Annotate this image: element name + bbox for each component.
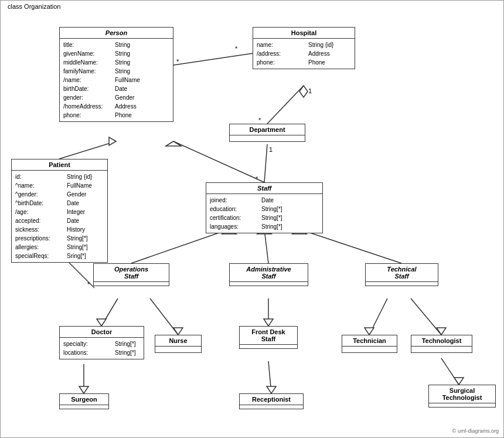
class-department: Department [229,124,305,142]
class-patient: Patient id:String {id} ^name:FullName ^g… [11,159,108,263]
svg-marker-34 [79,386,88,393]
class-admin-staff-header: AdministrativeStaff [230,264,308,282]
svg-line-19 [264,229,268,263]
class-technician: Technician [342,335,397,353]
class-person: Person title:String givenName:String mid… [59,27,173,122]
class-nurse-header: Nurse [155,335,201,347]
class-hospital: Hospital name:String {id} /address:Addre… [253,27,355,69]
svg-marker-30 [365,328,374,335]
svg-line-21 [299,229,401,263]
class-technologist-header: Technologist [411,335,472,347]
svg-text:1: 1 [269,146,273,153]
class-surgeon: Surgeon [59,393,109,409]
class-patient-header: Patient [12,159,107,171]
diagram-title: class Organization [5,3,63,10]
class-doctor-body: specialty:String[*] locations:String[*] [60,338,144,359]
class-department-body [230,135,305,141]
class-person-header: Person [60,28,173,39]
svg-line-10 [59,141,116,159]
class-doctor: Doctor specialty:String[*] locations:Str… [59,326,144,359]
class-technician-header: Technician [342,335,397,347]
svg-line-29 [369,298,387,335]
class-nurse: Nurse [155,335,202,353]
class-surgical-tech-header: SurgicalTechnologist [429,385,495,403]
class-admin-staff: AdministrativeStaff [229,263,308,286]
svg-line-25 [150,298,178,335]
class-staff-header: Staff [206,183,322,194]
svg-marker-38 [454,378,464,385]
class-technologist: Technologist [411,335,472,353]
class-doctor-header: Doctor [60,327,144,338]
svg-line-12 [173,141,264,182]
class-technical-staff-header: TechnicalStaff [366,264,438,282]
svg-line-35 [268,361,271,393]
svg-text:*: * [235,45,238,52]
svg-marker-32 [437,328,446,335]
svg-marker-13 [166,141,181,146]
class-staff-body: joined:Date education:String[*] certific… [206,194,322,233]
class-operations-staff: OperationsStaff [93,263,169,286]
class-patient-body: id:String {id} ^name:FullName ^gender:Ge… [12,171,107,262]
svg-marker-4 [299,86,308,97]
class-front-desk-header: Front DeskStaff [240,327,297,345]
copyright-text: © uml-diagrams.org [452,428,499,434]
svg-line-0 [173,53,253,65]
svg-line-17 [131,229,229,263]
svg-marker-11 [109,137,116,145]
class-hospital-body: name:String {id} /address:Address phone:… [253,39,355,69]
svg-text:*: * [258,117,261,124]
svg-marker-28 [264,319,273,326]
diagram-container: class Organization * * 1 * 1 * * * [0,0,504,438]
svg-line-37 [441,358,459,385]
class-receptionist-header: Receptionist [240,394,303,405]
svg-text:*: * [87,281,90,288]
svg-line-23 [101,298,118,326]
svg-line-7 [264,144,267,182]
svg-marker-26 [173,328,183,335]
svg-text:*: * [176,58,179,65]
class-receptionist: Receptionist [239,393,304,409]
class-surgeon-header: Surgeon [60,394,108,405]
class-front-desk: Front DeskStaff [239,326,298,349]
svg-marker-36 [267,386,276,393]
class-operations-staff-header: OperationsStaff [94,264,169,282]
class-technical-staff: TechnicalStaff [365,263,438,286]
svg-marker-24 [97,319,106,326]
svg-text:*: * [256,175,258,182]
svg-line-31 [411,298,441,335]
class-staff: Staff joined:Date education:String[*] ce… [206,182,323,233]
svg-line-3 [267,86,304,124]
class-surgical-tech: SurgicalTechnologist [428,385,496,408]
class-person-body: title:String givenName:String middleName… [60,39,173,121]
class-hospital-header: Hospital [253,28,355,39]
class-department-header: Department [230,124,305,135]
svg-text:1: 1 [308,87,312,94]
